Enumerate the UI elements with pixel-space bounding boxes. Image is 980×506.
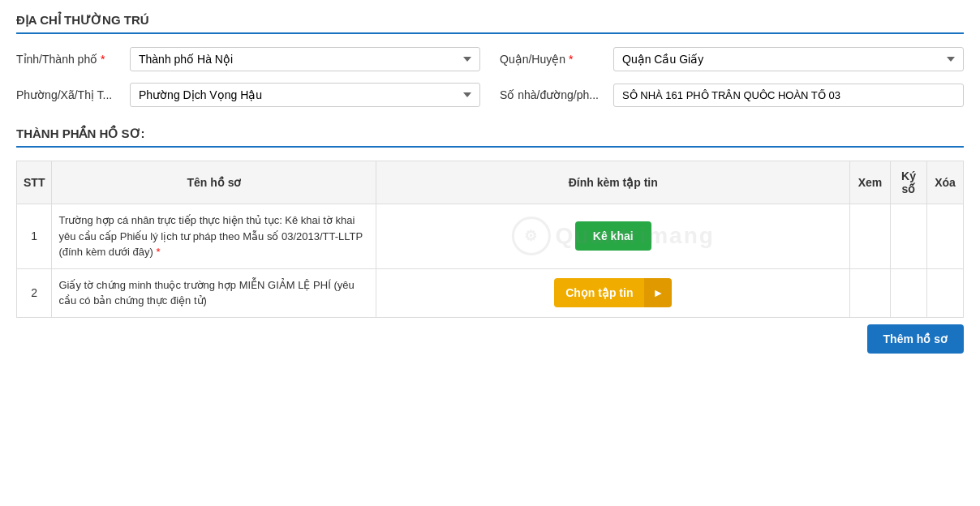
quan-group: Quận/Huyện * Quận Cầu Giấy: [500, 47, 964, 71]
quan-label: Quận/Huyện *: [500, 53, 605, 66]
watermark-circle: ⚙: [512, 217, 551, 255]
col-header-xoa: Xóa: [927, 161, 964, 204]
row2-ky-so: [891, 268, 927, 317]
row2-stt: 2: [17, 268, 52, 317]
row1-stt: 1: [17, 204, 52, 269]
page-container: ĐỊA CHỈ THƯỜNG TRÚ Tỉnh/Thành phố * Thàn…: [0, 0, 980, 506]
ho-so-section: THÀNH PHẦN HỒ SƠ: STT Tên hồ sơ Đính kèm…: [16, 126, 964, 354]
row2-dinh-kem: Chọn tập tin ►: [376, 268, 850, 317]
row1-xoa: [927, 204, 964, 269]
table-row: 1 Trường hợp cá nhân trực tiếp thực hiện…: [17, 204, 964, 269]
phuong-select[interactable]: Phường Dịch Vọng Hậu: [130, 83, 480, 107]
col-header-stt: STT: [17, 161, 52, 204]
quan-select[interactable]: Quận Cầu Giấy: [613, 47, 964, 71]
table-header-row: STT Tên hồ sơ Đính kèm tập tin Xem Ký số…: [17, 161, 964, 204]
address-row-1: Tỉnh/Thành phố * Thành phố Hà Nội Quận/H…: [16, 47, 964, 71]
ho-so-section-title: THÀNH PHẦN HỒ SƠ:: [16, 126, 964, 148]
col-header-xem: Xem: [850, 161, 891, 204]
row1-ten-ho-so: Trường hợp cá nhân trực tiếp thực hiện t…: [52, 204, 376, 269]
row2-xem: [850, 268, 891, 317]
sonha-label: Số nhà/đường/ph...: [500, 88, 605, 101]
address-row-2: Phường/Xã/Thị T... Phường Dịch Vọng Hậu …: [16, 83, 964, 107]
row2-xoa: [927, 268, 964, 317]
row1-ky-so: [891, 204, 927, 269]
row1-dinh-kem: ⚙ Quantrimang Kê khai: [376, 204, 850, 269]
address-section-title: ĐỊA CHỈ THƯỜNG TRÚ: [16, 13, 964, 34]
ke-khai-button[interactable]: Kê khai: [575, 221, 651, 251]
tinh-group: Tỉnh/Thành phố * Thành phố Hà Nội: [16, 47, 480, 71]
sonha-input[interactable]: [613, 84, 964, 107]
phuong-label: Phường/Xã/Thị T...: [16, 88, 122, 101]
table-actions: Thêm hồ sơ: [16, 324, 964, 354]
address-section: ĐỊA CHỈ THƯỜNG TRÚ Tỉnh/Thành phố * Thàn…: [16, 13, 964, 107]
tinh-required: *: [101, 53, 105, 66]
quan-required: *: [569, 53, 573, 66]
row1-required: *: [157, 246, 161, 258]
table-row: 2 Giấy tờ chứng minh thuộc trường hợp MI…: [17, 268, 964, 317]
chon-tap-tin-button[interactable]: Chọn tập tin: [554, 278, 644, 307]
chon-tap-tin-arrow-button[interactable]: ►: [644, 278, 672, 307]
chon-tap-tin-group: Chọn tập tin ►: [554, 278, 672, 307]
sonha-group: Số nhà/đường/ph...: [500, 84, 964, 107]
col-header-ky-so: Ký số: [891, 161, 927, 204]
phuong-group: Phường/Xã/Thị T... Phường Dịch Vọng Hậu: [16, 83, 480, 107]
them-ho-so-button[interactable]: Thêm hồ sơ: [867, 324, 964, 354]
row1-xem: [850, 204, 891, 269]
col-header-dinh-kem: Đính kèm tập tin: [376, 161, 850, 204]
row2-ten-ho-so: Giấy tờ chứng minh thuộc trường hợp MIỄN…: [52, 268, 376, 317]
tinh-label: Tỉnh/Thành phố *: [16, 53, 122, 66]
tinh-select[interactable]: Thành phố Hà Nội: [130, 47, 480, 71]
ho-so-table: STT Tên hồ sơ Đính kèm tập tin Xem Ký số…: [16, 161, 964, 318]
col-header-ten: Tên hồ sơ: [52, 161, 376, 204]
